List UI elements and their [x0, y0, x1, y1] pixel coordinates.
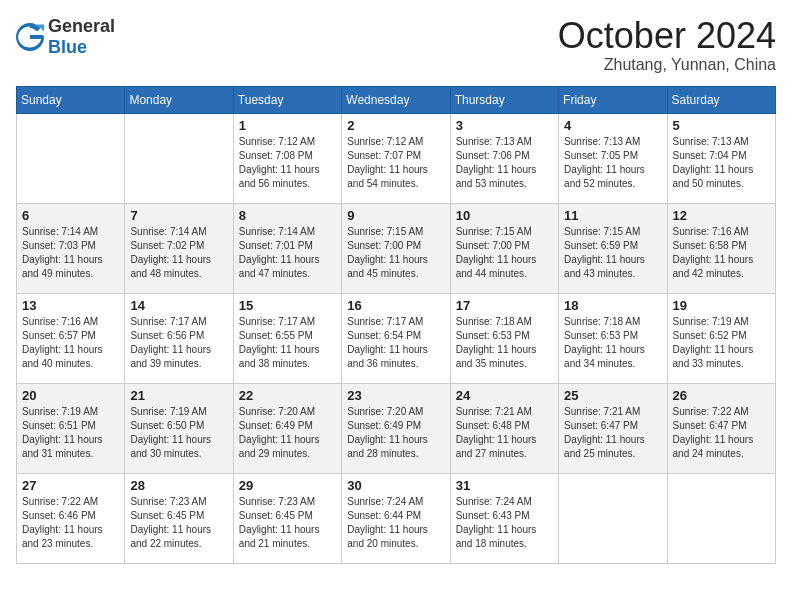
day-info: Sunrise: 7:17 AM Sunset: 6:54 PM Dayligh… [347, 315, 444, 371]
calendar-cell: 3Sunrise: 7:13 AM Sunset: 7:06 PM Daylig… [450, 113, 558, 203]
day-info: Sunrise: 7:24 AM Sunset: 6:44 PM Dayligh… [347, 495, 444, 551]
logo-text: General Blue [48, 16, 115, 58]
day-info: Sunrise: 7:17 AM Sunset: 6:56 PM Dayligh… [130, 315, 227, 371]
day-number: 26 [673, 388, 770, 403]
calendar-cell: 24Sunrise: 7:21 AM Sunset: 6:48 PM Dayli… [450, 383, 558, 473]
calendar-cell: 5Sunrise: 7:13 AM Sunset: 7:04 PM Daylig… [667, 113, 775, 203]
calendar-cell: 15Sunrise: 7:17 AM Sunset: 6:55 PM Dayli… [233, 293, 341, 383]
day-number: 27 [22, 478, 119, 493]
day-number: 2 [347, 118, 444, 133]
day-number: 10 [456, 208, 553, 223]
day-number: 9 [347, 208, 444, 223]
calendar-cell: 22Sunrise: 7:20 AM Sunset: 6:49 PM Dayli… [233, 383, 341, 473]
day-number: 19 [673, 298, 770, 313]
day-info: Sunrise: 7:19 AM Sunset: 6:50 PM Dayligh… [130, 405, 227, 461]
calendar-week-row: 20Sunrise: 7:19 AM Sunset: 6:51 PM Dayli… [17, 383, 776, 473]
calendar-cell: 19Sunrise: 7:19 AM Sunset: 6:52 PM Dayli… [667, 293, 775, 383]
calendar-cell [559, 473, 667, 563]
day-info: Sunrise: 7:14 AM Sunset: 7:02 PM Dayligh… [130, 225, 227, 281]
location-title: Zhutang, Yunnan, China [558, 56, 776, 74]
calendar-cell: 12Sunrise: 7:16 AM Sunset: 6:58 PM Dayli… [667, 203, 775, 293]
day-number: 22 [239, 388, 336, 403]
calendar-cell: 7Sunrise: 7:14 AM Sunset: 7:02 PM Daylig… [125, 203, 233, 293]
calendar-cell: 9Sunrise: 7:15 AM Sunset: 7:00 PM Daylig… [342, 203, 450, 293]
calendar-cell: 28Sunrise: 7:23 AM Sunset: 6:45 PM Dayli… [125, 473, 233, 563]
calendar-cell: 8Sunrise: 7:14 AM Sunset: 7:01 PM Daylig… [233, 203, 341, 293]
calendar-cell: 14Sunrise: 7:17 AM Sunset: 6:56 PM Dayli… [125, 293, 233, 383]
day-number: 20 [22, 388, 119, 403]
calendar-cell: 16Sunrise: 7:17 AM Sunset: 6:54 PM Dayli… [342, 293, 450, 383]
day-number: 6 [22, 208, 119, 223]
day-info: Sunrise: 7:23 AM Sunset: 6:45 PM Dayligh… [130, 495, 227, 551]
day-info: Sunrise: 7:16 AM Sunset: 6:57 PM Dayligh… [22, 315, 119, 371]
day-number: 3 [456, 118, 553, 133]
day-info: Sunrise: 7:22 AM Sunset: 6:46 PM Dayligh… [22, 495, 119, 551]
day-info: Sunrise: 7:20 AM Sunset: 6:49 PM Dayligh… [347, 405, 444, 461]
calendar-cell: 2Sunrise: 7:12 AM Sunset: 7:07 PM Daylig… [342, 113, 450, 203]
day-number: 31 [456, 478, 553, 493]
calendar-cell: 26Sunrise: 7:22 AM Sunset: 6:47 PM Dayli… [667, 383, 775, 473]
day-number: 28 [130, 478, 227, 493]
calendar-cell: 13Sunrise: 7:16 AM Sunset: 6:57 PM Dayli… [17, 293, 125, 383]
calendar-cell: 4Sunrise: 7:13 AM Sunset: 7:05 PM Daylig… [559, 113, 667, 203]
day-info: Sunrise: 7:21 AM Sunset: 6:47 PM Dayligh… [564, 405, 661, 461]
day-number: 18 [564, 298, 661, 313]
day-info: Sunrise: 7:18 AM Sunset: 6:53 PM Dayligh… [456, 315, 553, 371]
calendar-week-row: 27Sunrise: 7:22 AM Sunset: 6:46 PM Dayli… [17, 473, 776, 563]
weekday-header-row: SundayMondayTuesdayWednesdayThursdayFrid… [17, 86, 776, 113]
day-number: 1 [239, 118, 336, 133]
calendar-cell: 17Sunrise: 7:18 AM Sunset: 6:53 PM Dayli… [450, 293, 558, 383]
day-info: Sunrise: 7:12 AM Sunset: 7:07 PM Dayligh… [347, 135, 444, 191]
day-number: 4 [564, 118, 661, 133]
day-info: Sunrise: 7:23 AM Sunset: 6:45 PM Dayligh… [239, 495, 336, 551]
day-info: Sunrise: 7:13 AM Sunset: 7:04 PM Dayligh… [673, 135, 770, 191]
weekday-header: Monday [125, 86, 233, 113]
day-number: 30 [347, 478, 444, 493]
weekday-header: Tuesday [233, 86, 341, 113]
day-number: 13 [22, 298, 119, 313]
calendar-cell: 20Sunrise: 7:19 AM Sunset: 6:51 PM Dayli… [17, 383, 125, 473]
calendar-week-row: 13Sunrise: 7:16 AM Sunset: 6:57 PM Dayli… [17, 293, 776, 383]
calendar-cell: 21Sunrise: 7:19 AM Sunset: 6:50 PM Dayli… [125, 383, 233, 473]
calendar-cell [17, 113, 125, 203]
calendar: SundayMondayTuesdayWednesdayThursdayFrid… [16, 86, 776, 564]
calendar-week-row: 6Sunrise: 7:14 AM Sunset: 7:03 PM Daylig… [17, 203, 776, 293]
day-number: 16 [347, 298, 444, 313]
calendar-week-row: 1Sunrise: 7:12 AM Sunset: 7:08 PM Daylig… [17, 113, 776, 203]
day-info: Sunrise: 7:14 AM Sunset: 7:01 PM Dayligh… [239, 225, 336, 281]
day-info: Sunrise: 7:17 AM Sunset: 6:55 PM Dayligh… [239, 315, 336, 371]
calendar-cell: 6Sunrise: 7:14 AM Sunset: 7:03 PM Daylig… [17, 203, 125, 293]
day-info: Sunrise: 7:15 AM Sunset: 6:59 PM Dayligh… [564, 225, 661, 281]
day-info: Sunrise: 7:21 AM Sunset: 6:48 PM Dayligh… [456, 405, 553, 461]
day-info: Sunrise: 7:19 AM Sunset: 6:51 PM Dayligh… [22, 405, 119, 461]
day-info: Sunrise: 7:22 AM Sunset: 6:47 PM Dayligh… [673, 405, 770, 461]
page-header: General Blue October 2024 Zhutang, Yunna… [16, 16, 776, 74]
calendar-cell: 31Sunrise: 7:24 AM Sunset: 6:43 PM Dayli… [450, 473, 558, 563]
day-number: 11 [564, 208, 661, 223]
day-info: Sunrise: 7:19 AM Sunset: 6:52 PM Dayligh… [673, 315, 770, 371]
title-block: October 2024 Zhutang, Yunnan, China [558, 16, 776, 74]
day-number: 17 [456, 298, 553, 313]
calendar-cell: 18Sunrise: 7:18 AM Sunset: 6:53 PM Dayli… [559, 293, 667, 383]
calendar-cell: 10Sunrise: 7:15 AM Sunset: 7:00 PM Dayli… [450, 203, 558, 293]
calendar-cell [667, 473, 775, 563]
day-number: 15 [239, 298, 336, 313]
day-info: Sunrise: 7:20 AM Sunset: 6:49 PM Dayligh… [239, 405, 336, 461]
day-info: Sunrise: 7:16 AM Sunset: 6:58 PM Dayligh… [673, 225, 770, 281]
logo-general: General [48, 16, 115, 36]
calendar-cell: 30Sunrise: 7:24 AM Sunset: 6:44 PM Dayli… [342, 473, 450, 563]
day-number: 5 [673, 118, 770, 133]
day-info: Sunrise: 7:12 AM Sunset: 7:08 PM Dayligh… [239, 135, 336, 191]
month-title: October 2024 [558, 16, 776, 56]
day-number: 23 [347, 388, 444, 403]
logo-icon [16, 23, 44, 51]
weekday-header: Friday [559, 86, 667, 113]
day-info: Sunrise: 7:15 AM Sunset: 7:00 PM Dayligh… [347, 225, 444, 281]
day-info: Sunrise: 7:18 AM Sunset: 6:53 PM Dayligh… [564, 315, 661, 371]
weekday-header: Sunday [17, 86, 125, 113]
day-number: 29 [239, 478, 336, 493]
weekday-header: Thursday [450, 86, 558, 113]
calendar-cell: 1Sunrise: 7:12 AM Sunset: 7:08 PM Daylig… [233, 113, 341, 203]
day-info: Sunrise: 7:15 AM Sunset: 7:00 PM Dayligh… [456, 225, 553, 281]
day-number: 25 [564, 388, 661, 403]
